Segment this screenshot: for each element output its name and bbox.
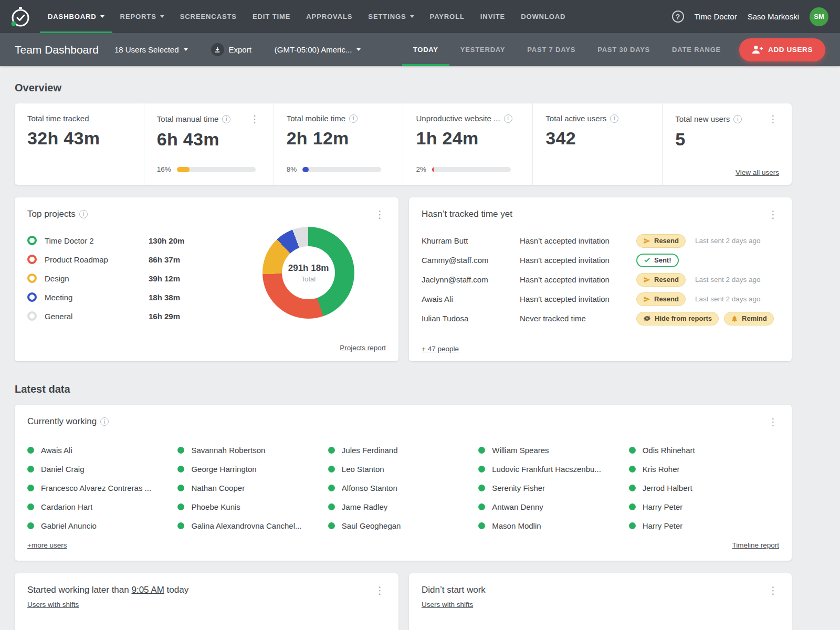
row-actions: Resend [636, 292, 695, 306]
online-dot [27, 466, 34, 472]
nav-item-approvals[interactable]: APPROVALS [298, 0, 360, 33]
nav-item-download[interactable]: DOWNLOAD [513, 0, 573, 33]
working-user: Odis Rhinehart [629, 440, 771, 459]
kebab-menu-icon[interactable]: ⋮ [249, 114, 261, 124]
users-with-shifts-link[interactable]: Users with shifts [422, 601, 473, 608]
export-button[interactable]: Export [211, 43, 251, 56]
shift-time-link[interactable]: 9:05 AM [131, 585, 164, 595]
kebab-menu-icon[interactable]: ⋮ [374, 209, 386, 219]
nav-item-label: APPROVALS [306, 13, 352, 20]
kebab-menu-icon[interactable]: ⋮ [767, 417, 779, 427]
online-dot [478, 466, 485, 472]
progress-bar-fill [177, 167, 190, 172]
projects-report-link[interactable]: Projects report [340, 344, 386, 352]
timezone-dropdown[interactable]: (GMT-05:00) Americ... [275, 45, 361, 54]
remind-button[interactable]: Remind [724, 312, 774, 326]
info-icon[interactable]: i [733, 115, 742, 123]
working-user: Francesco Alvarez Contreras ... [27, 478, 169, 497]
kebab-menu-icon[interactable]: ⋮ [767, 585, 779, 595]
info-icon[interactable]: i [222, 115, 230, 123]
overview-heading: Overview [15, 82, 792, 94]
stat-label: Unproductive website ... [416, 114, 500, 123]
kebab-menu-icon[interactable]: ⋮ [767, 209, 779, 219]
nav-item-label: INVITE [480, 13, 505, 20]
working-user: Harry Peter [629, 516, 771, 535]
nav-item-payroll[interactable]: PAYROLL [422, 0, 472, 33]
user-name: Cardarion Hart [41, 502, 92, 511]
currently-working-title: Currently working [27, 416, 97, 427]
donut-center: 291h 18m Total [282, 246, 335, 299]
more-people-link[interactable]: + 47 people [422, 345, 459, 353]
chevron-down-icon [100, 15, 104, 18]
didnt-start-card: Didn’t start work ⋮ Users with shifts [409, 573, 792, 630]
tab-past-7-days[interactable]: PAST 7 DAYS [516, 33, 586, 66]
user-name: Savannah Robertson [191, 446, 265, 455]
working-user: William Speares [478, 440, 620, 459]
online-dot [328, 522, 335, 529]
stat-label: Total time tracked [27, 114, 89, 123]
working-user: Serenity Fisher [478, 478, 620, 497]
started-late-prefix: Started working later than [27, 585, 131, 595]
timeline-report-link[interactable]: Timeline report [732, 541, 779, 549]
timedoctor-logo-icon[interactable] [8, 5, 33, 29]
help-icon[interactable]: ? [672, 10, 684, 23]
user-avatar[interactable]: SM [810, 7, 828, 26]
donut-total-label: Total [301, 275, 316, 283]
user-name: Saul Geoghegan [342, 521, 401, 530]
tab-date-range[interactable]: DATE RANGE [661, 33, 732, 66]
tab-yesterday[interactable]: YESTERDAY [449, 33, 516, 66]
last-sent-note: Last sent 2 days ago [695, 237, 761, 245]
add-users-button[interactable]: ADD USERS [739, 38, 825, 61]
working-user: Ludovic Frankfurt Hacszenbu... [478, 459, 620, 478]
started-late-title: Started working later than 9:05 AM today [27, 585, 188, 595]
online-dot [478, 485, 485, 491]
tab-past-30-days[interactable]: PAST 30 DAYS [586, 33, 661, 66]
info-icon[interactable]: i [610, 114, 618, 123]
stat-card-header: Total manual timei⋮ [157, 114, 261, 124]
kebab-menu-icon[interactable]: ⋮ [767, 114, 779, 124]
stat-value: 6h 43m [157, 129, 261, 150]
more-users-link[interactable]: +more users [27, 541, 67, 549]
info-icon[interactable]: i [79, 210, 88, 218]
not-tracked-row: Awais AliHasn’t accepted invitationResen… [422, 289, 779, 309]
project-name: General [45, 312, 149, 321]
hide-from-reports-button[interactable]: Hide from reports [636, 312, 719, 326]
online-dot [328, 485, 335, 491]
nav-item-label: PAYROLL [430, 13, 465, 20]
send-icon [643, 237, 650, 245]
nav-item-settings[interactable]: SETTINGS [360, 0, 422, 33]
tab-today[interactable]: TODAY [402, 33, 449, 66]
view-all-users-link[interactable]: View all users [736, 169, 779, 176]
person-name: Iulian Tudosa [422, 314, 520, 323]
resend-button[interactable]: Resend [636, 273, 686, 287]
nav-item-dashboard[interactable]: DASHBOARD [40, 0, 112, 33]
stat-card-header: Total mobile timei [287, 114, 391, 123]
nav-item-label: EDIT TIME [253, 13, 290, 20]
working-user: Kris Roher [629, 459, 771, 478]
user-name: Awais Ali [41, 446, 72, 455]
nav-item-screencasts[interactable]: SCREENCASTS [172, 0, 245, 33]
chevron-down-icon [356, 48, 361, 51]
stat-card-header: Unproductive website ...i [416, 114, 520, 123]
working-user: Awais Ali [27, 440, 169, 459]
project-color-ring [27, 236, 37, 245]
users-with-shifts-link[interactable]: Users with shifts [27, 601, 79, 608]
nav-item-edit-time[interactable]: EDIT TIME [245, 0, 298, 33]
info-icon[interactable]: i [504, 114, 512, 123]
donut-total-value: 291h 18m [288, 263, 329, 274]
kebab-menu-icon[interactable]: ⋮ [374, 585, 386, 595]
button-label: Remind [742, 314, 767, 322]
nav-item-invite[interactable]: INVITE [472, 0, 513, 33]
working-user: Leo Stanton [328, 459, 470, 478]
user-name: Kris Roher [643, 465, 680, 474]
info-icon[interactable]: i [349, 114, 358, 123]
top-projects-title: Top projects [27, 209, 76, 219]
stat-card-header: Total new usersi⋮ [675, 114, 779, 124]
user-name[interactable]: Saso Markoski [748, 12, 799, 21]
resend-button[interactable]: Resend [636, 292, 686, 306]
resend-button[interactable]: Resend [636, 234, 686, 248]
users-selected-dropdown[interactable]: 18 Users Selected [114, 45, 188, 54]
info-icon[interactable]: i [100, 417, 109, 426]
main-nav: DASHBOARDREPORTSSCREENCASTSEDIT TIMEAPPR… [40, 0, 573, 33]
nav-item-reports[interactable]: REPORTS [112, 0, 172, 33]
